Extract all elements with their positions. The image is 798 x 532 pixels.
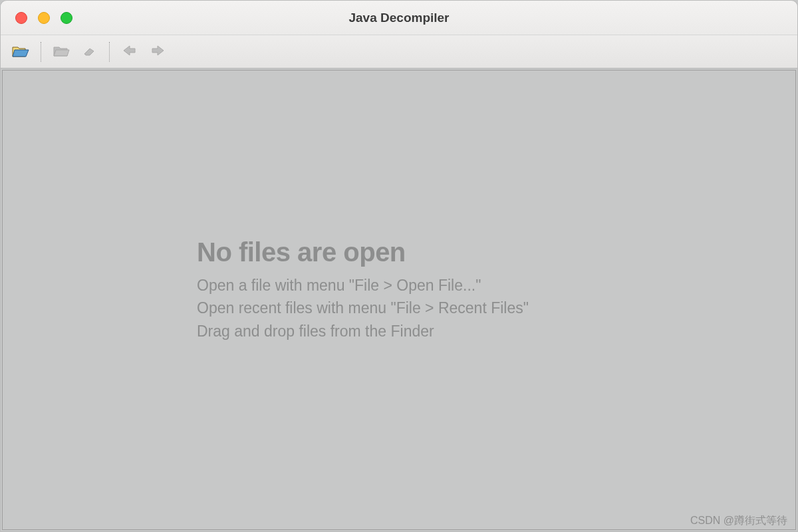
forward-button[interactable] — [147, 41, 168, 63]
app-window: Java Decompiler — [0, 0, 798, 532]
arrow-right-icon — [150, 44, 166, 59]
eraser-icon — [80, 43, 98, 60]
toolbar-separator — [109, 42, 110, 62]
search-button[interactable] — [78, 41, 100, 63]
zoom-window-button[interactable] — [61, 12, 72, 24]
close-window-button[interactable] — [15, 12, 27, 24]
titlebar[interactable]: Java Decompiler — [1, 1, 797, 35]
toolbar — [1, 35, 797, 68]
empty-state-hint-1: Open a file with menu "File > Open File.… — [197, 274, 795, 297]
window-title: Java Decompiler — [1, 11, 797, 25]
arrow-left-icon — [122, 44, 138, 59]
open-folder-icon — [12, 43, 29, 60]
minimize-window-button[interactable] — [38, 12, 50, 24]
traffic-lights — [1, 12, 72, 24]
main-content[interactable]: No files are open Open a file with menu … — [2, 70, 796, 530]
open-type-button[interactable] — [51, 41, 72, 63]
empty-state-hint-3: Drag and drop files from the Finder — [197, 320, 795, 343]
empty-state-heading: No files are open — [197, 237, 795, 267]
back-button[interactable] — [119, 41, 140, 63]
toolbar-separator — [41, 42, 41, 62]
open-file-button[interactable] — [10, 41, 31, 63]
folder-icon — [53, 43, 70, 60]
empty-state-hint-2: Open recent files with menu "File > Rece… — [197, 297, 795, 320]
